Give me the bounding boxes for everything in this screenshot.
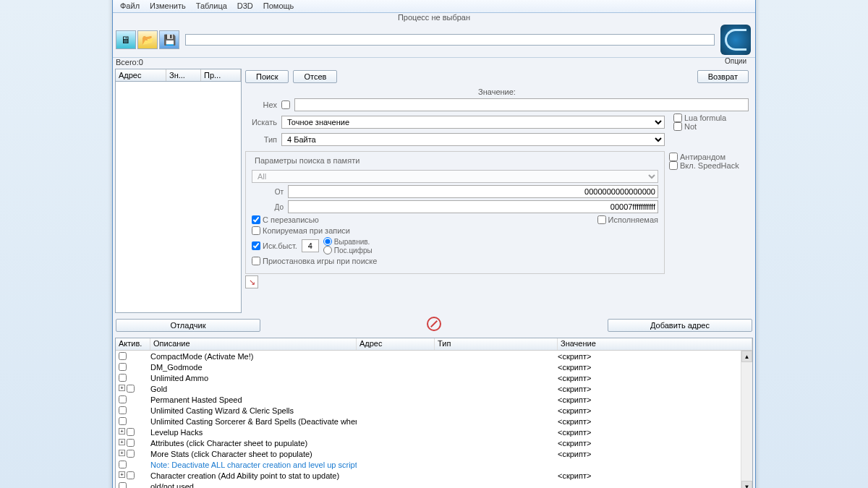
executable-checkbox[interactable] [597,215,606,224]
pause-game-checkbox[interactable] [252,257,260,265]
table-row[interactable]: Permanent Hasted Speed <скрипт> [116,394,752,405]
col-desc[interactable]: Описание [150,338,357,350]
active-checkbox[interactable] [127,471,135,479]
row-desc: Note: Deactivate ALL character creation … [150,461,357,469]
toolbar: 🖥 📂 💾 Опции [113,22,755,58]
menu-edit[interactable]: Изменить [145,0,190,12]
menu-table[interactable]: Таблица [192,0,231,12]
expand-icon[interactable]: + [119,428,125,435]
active-checkbox[interactable] [119,363,127,371]
scrollbar[interactable]: ▲ ▼ [741,351,752,488]
range-to-input[interactable] [288,200,658,213]
table-row[interactable]: old/not used [116,481,752,488]
active-checkbox[interactable] [119,374,127,382]
col-value[interactable]: Значение [558,338,752,350]
hex-checkbox[interactable] [281,100,290,109]
table-row[interactable]: + Gold <скрипт> [116,383,752,394]
table-row[interactable]: Unlimited Ammo <скрипт> [116,372,752,383]
col-type[interactable]: Тип [435,338,558,350]
menu-help[interactable]: Помощь [259,0,299,12]
scroll-up-button[interactable]: ▲ [741,351,752,362]
row-desc: Unlimited Casting Wizard & Cleric Spells [150,406,357,415]
active-checkbox[interactable] [119,406,127,414]
first-scan-button[interactable]: Поиск [245,70,289,83]
open-file-button[interactable]: 📂 [137,30,158,49]
expand-icon[interactable]: + [119,450,125,456]
debugger-button[interactable]: Отладчик [116,319,260,332]
row-desc: Character creation (Add Ability point to… [150,471,357,480]
fastscan-checkbox[interactable] [252,241,260,250]
active-checkbox[interactable] [119,482,127,488]
scan-type-select[interactable]: Точное значение [281,116,665,129]
region-select: All [252,170,658,183]
process-label: Процесс не выбран [113,13,755,22]
alignment-radio[interactable] [323,237,332,246]
value-type-select[interactable]: 4 Байта [281,133,665,146]
cheat-table: Актив. Описание Адрес Тип Значение Compa… [115,338,753,488]
active-checkbox[interactable] [127,450,135,458]
writable-checkbox[interactable] [252,215,260,224]
found-list[interactable] [115,82,242,313]
not-checkbox[interactable] [673,122,682,131]
row-desc: Permanent Hasted Speed [150,395,357,404]
ce-logo-icon[interactable]: Опции [720,25,751,55]
active-checkbox[interactable] [119,417,127,425]
menu-file[interactable]: Файл [116,0,144,12]
table-row[interactable]: CompactMode (Activate Me!) <скрипт> [116,351,752,361]
save-button[interactable]: 💾 [159,30,179,49]
active-checkbox[interactable] [119,395,127,403]
table-row[interactable]: + Attributes (click Character sheet to p… [116,437,752,448]
row-desc: Unlimited Casting Sorcerer & Bard Spells… [150,417,357,426]
open-process-button[interactable]: 🖥 [116,30,136,49]
options-label: Опции [720,57,751,65]
table-row[interactable]: Unlimited Casting Sorcerer & Bard Spells… [116,416,752,427]
active-checkbox[interactable] [119,461,127,468]
col-addr[interactable]: Адрес [357,338,435,350]
row-desc: Gold [150,385,357,393]
row-desc: Attributes (click Character sheet to pup… [150,439,357,448]
expand-icon[interactable]: + [119,439,125,445]
row-desc: DM_Godmode [150,363,357,372]
table-row[interactable]: Note: Deactivate ALL character creation … [116,459,752,470]
value-label: Значение: [478,87,516,96]
col-prev[interactable]: Пр... [201,69,241,81]
row-value: <скрипт> [558,406,752,415]
cheat-table-header[interactable]: Актив. Описание Адрес Тип Значение [116,338,752,351]
fastscan-value[interactable] [302,239,319,252]
row-value: <скрипт> [558,428,752,437]
active-checkbox[interactable] [119,352,127,360]
table-row[interactable]: + Levelup Hacks <скрипт> [116,427,752,437]
table-row[interactable]: + More Stats (click Character sheet to p… [116,448,752,459]
value-input[interactable] [294,98,749,111]
col-value[interactable]: Зн... [166,69,201,81]
lua-checkbox[interactable] [673,114,682,122]
active-checkbox[interactable] [127,428,135,436]
col-address[interactable]: Адрес [116,69,166,81]
next-scan-button[interactable]: Отсев [293,70,337,83]
copyonwrite-checkbox[interactable] [252,226,260,235]
undo-scan-button[interactable]: Возврат [697,70,749,83]
range-from-input[interactable] [288,185,658,198]
col-active[interactable]: Актив. [116,338,150,350]
expand-icon[interactable]: + [119,385,125,391]
row-value: <скрипт> [558,374,752,382]
row-value: <скрипт> [558,352,752,361]
scroll-down-button[interactable]: ▼ [741,481,752,488]
expand-icon[interactable]: + [119,471,125,478]
table-row[interactable]: + Character creation (Add Ability point … [116,470,752,481]
table-row[interactable]: DM_Godmode <скрипт> [116,361,752,372]
add-address-button[interactable]: Добавить адрес [608,319,752,332]
row-value: <скрипт> [558,439,752,448]
add-address-arrow-button[interactable]: ↘ [245,275,258,288]
menu-d3d[interactable]: D3D [233,0,258,12]
total-value: 0 [139,58,143,67]
antirandom-checkbox[interactable] [669,153,678,161]
table-row[interactable]: Unlimited Casting Wizard & Cleric Spells… [116,405,752,416]
total-label: Bcero: [116,58,139,67]
lastdigits-radio[interactable] [323,246,332,254]
active-checkbox[interactable] [127,439,135,447]
speedhack-checkbox[interactable] [669,161,678,170]
found-list-header[interactable]: Адрес Зн... Пр... [115,69,242,82]
value-type-label: Тип [245,135,277,144]
active-checkbox[interactable] [127,385,135,393]
